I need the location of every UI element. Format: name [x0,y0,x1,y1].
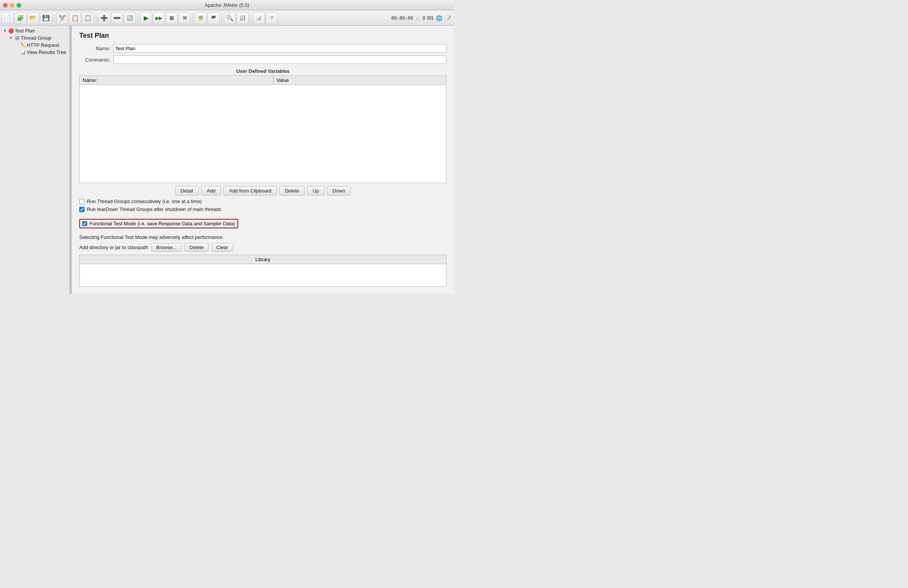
name-column-header: Name: [80,76,274,85]
sidebar-item-test-plan[interactable]: ▼ 🔴 Test Plan [0,27,69,34]
library-table: Library [79,255,446,287]
value-column-header: Value [273,76,446,85]
log-icon: 📝 [444,15,451,21]
warning-count: 0 [423,16,425,21]
comments-label: Comments: [79,57,113,63]
clear-all-button[interactable]: 🔄 [124,12,136,24]
variables-title: User Defined Variables [79,68,446,74]
sidebar-item-thread-group[interactable]: ▼ ⚙️ Thread Group [0,34,69,42]
shutdown-button[interactable]: ✖ [179,12,191,24]
view-results-tree-icon: 📊 [20,50,26,55]
errors-count: 0/1 [427,16,434,21]
add-row-button[interactable]: Add [201,186,221,195]
open-templates-button[interactable]: 🧩 [14,12,26,24]
name-label: Name: [79,46,113,52]
separator-2 [96,14,96,23]
sidebar-item-view-results-tree[interactable]: 📊 View Results Tree [0,49,69,56]
library-column-header: Library [80,255,446,264]
classpath-label: Add directory or jar to classpath [79,245,148,250]
reset-button[interactable]: 🔃 [237,12,249,24]
toggle-icon-2: ▼ [9,36,14,40]
run-consecutively-label: Run Thread Groups consecutively (i.e. on… [87,198,202,204]
traffic-lights [3,3,21,8]
up-button[interactable]: Up [307,186,325,195]
stop-button[interactable]: ⏹ [166,12,178,24]
variables-table: Name: Value [79,76,446,183]
delete-row-button[interactable]: Delete [279,186,305,195]
help-button[interactable]: ? [266,12,278,24]
close-button[interactable] [3,3,8,8]
remove-button[interactable]: ➖ [111,12,123,24]
elapsed-time: 00:00:00 [391,16,413,21]
add-button[interactable]: ➕ [98,12,110,24]
copy-button[interactable]: 📋 [69,12,81,24]
clear-classpath-button[interactable]: Clear [212,243,233,252]
window-title: Apache JMeter (5.5) [205,2,250,8]
functional-test-mode-container: Functional Test Mode (i.e. save Response… [79,217,238,230]
remote-icon: 🌐 [436,15,442,21]
name-input[interactable] [113,44,446,52]
table-buttons: Detail Add Add from Clipboard Delete Up … [79,186,446,195]
separator-4 [192,14,193,23]
toolbar-right: 00:00:00 ⚠ 0 0/1 🌐 📝 [391,15,452,21]
http-request-icon: ✏️ [20,43,26,48]
functional-test-mode-checkbox[interactable] [82,221,87,226]
maximize-button[interactable] [17,3,21,8]
empty-row-1 [80,85,446,183]
functional-test-mode-box: Functional Test Mode (i.e. save Response… [79,219,238,228]
section-title: Test Plan [79,32,446,40]
warning-text: Selecting Functional Test Mode may adver… [79,234,446,240]
minimize-button[interactable] [10,3,14,8]
run-teardown-row: Run tearDown Thread Groups after shutdow… [79,206,446,212]
comments-input[interactable] [113,55,446,64]
run-consecutively-checkbox[interactable] [79,199,85,204]
test-plan-label: Test Plan [15,28,35,34]
run-consecutively-row: Run Thread Groups consecutively (i.e. on… [79,198,446,204]
view-results-tree-label: View Results Tree [27,50,66,55]
separator-5 [222,14,222,23]
sidebar: ▼ 🔴 Test Plan ▼ ⚙️ Thread Group ✏️ HTTP … [0,26,70,294]
toolbar: 📄 🧩 📂 💾 ✂️ 📋 📋 ➕ ➖ 🔄 ▶ ▶▶ ⏹ ✖ 🌿 🏴 🔍 🔃 📊 … [0,11,454,26]
content-area: Test Plan Name: Comments: User Defined V… [72,26,454,294]
new-button[interactable]: 📄 [2,12,14,24]
sidebar-item-http-request[interactable]: ✏️ HTTP Request [0,42,69,49]
functional-test-mode-label: Functional Test Mode (i.e. save Response… [89,221,235,226]
thread-group-label: Thread Group [21,35,52,41]
remote-run-button[interactable]: 🌿 [195,12,207,24]
browse-button[interactable]: Browse... [151,243,182,252]
library-empty-row [80,264,446,287]
search-button[interactable]: 🔍 [224,12,236,24]
warning-icon: ⚠ [415,15,420,21]
paste-button[interactable]: 📋 [82,12,94,24]
down-button[interactable]: Down [327,186,351,195]
add-from-clipboard-button[interactable]: Add from Clipboard [224,186,277,195]
run-teardown-label: Run tearDown Thread Groups after shutdow… [87,206,221,212]
remote-stop-button[interactable]: 🏴 [208,12,220,24]
function-helper-button[interactable]: 📊 [253,12,265,24]
save-button[interactable]: 💾 [40,12,52,24]
title-bar: Apache JMeter (5.5) [0,0,454,11]
toggle-icon: ▼ [3,29,8,33]
name-row: Name: [79,44,446,52]
separator-3 [138,14,138,23]
main-layout: ▼ 🔴 Test Plan ▼ ⚙️ Thread Group ✏️ HTTP … [0,26,454,294]
http-request-label: HTTP Request [27,42,59,48]
cut-button[interactable]: ✂️ [56,12,68,24]
separator-1 [54,14,54,23]
thread-group-icon: ⚙️ [14,35,20,41]
open-button[interactable]: 📂 [27,12,39,24]
separator-6 [251,14,251,23]
comments-row: Comments: [79,55,446,64]
start-button[interactable]: ▶ [140,12,152,24]
run-teardown-checkbox[interactable] [79,207,85,212]
delete-classpath-button[interactable]: Delete [185,243,209,252]
classpath-row: Add directory or jar to classpath Browse… [79,243,446,252]
test-plan-icon: 🔴 [8,28,14,34]
variables-section: User Defined Variables Name: Value [79,68,446,183]
detail-button[interactable]: Detail [175,186,199,195]
start-no-pause-button[interactable]: ▶▶ [153,12,165,24]
